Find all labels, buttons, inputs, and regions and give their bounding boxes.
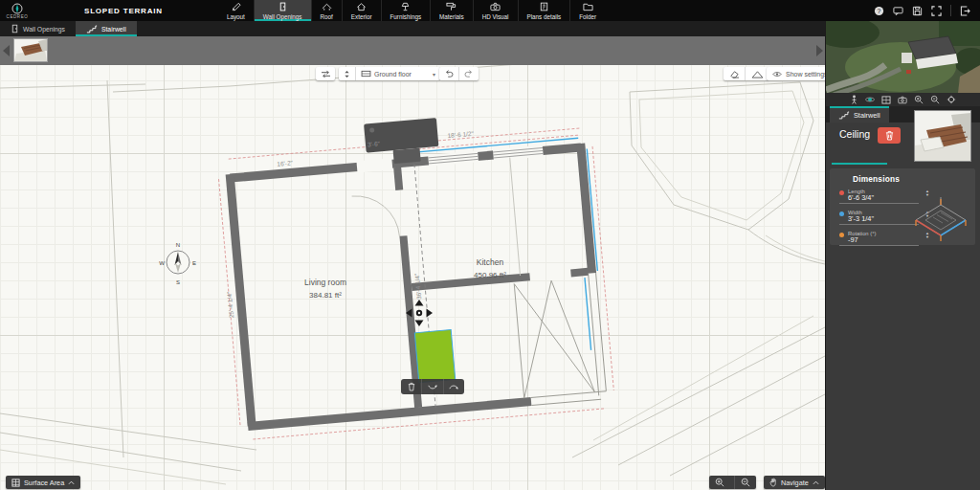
door-icon <box>11 24 19 33</box>
dim-label: 16'-2" <box>277 159 294 167</box>
floor-dropdown[interactable]: Ground floor ▾ <box>355 67 440 80</box>
zoom-out-icon[interactable] <box>930 95 940 104</box>
length-field[interactable]: Length 6'-6 3/4" ▲▼ <box>839 188 919 204</box>
tab-hd-visual[interactable]: HD Visual <box>473 0 518 21</box>
dim-label: 3'-6" <box>368 140 381 147</box>
chat-icon[interactable] <box>893 6 903 16</box>
compass: N S W E <box>159 242 196 285</box>
room-area: 384.81 ft² <box>309 291 342 300</box>
eye-icon <box>772 71 782 78</box>
swap-arrows-icon <box>321 70 331 78</box>
3d-preview[interactable] <box>826 21 980 93</box>
navigate-button[interactable]: Navigate <box>764 476 825 489</box>
eraser-tool-button[interactable] <box>724 67 745 80</box>
help-icon[interactable]: ? <box>874 6 884 16</box>
rotation-field[interactable]: Rotation (°) -97 ▲▼ <box>839 230 919 246</box>
roof-icon <box>322 2 332 11</box>
active-tab-indicator <box>832 163 887 165</box>
walkthrough-person-icon[interactable] <box>850 95 858 104</box>
floor-stepper[interactable] <box>339 67 355 80</box>
recenter-target-icon[interactable] <box>947 95 956 104</box>
redo-button[interactable] <box>458 67 479 80</box>
tab-materials[interactable]: Materials <box>430 0 473 21</box>
surface-area-button[interactable]: Surface Area <box>6 476 80 489</box>
fullscreen-icon[interactable] <box>931 6 942 16</box>
wall-opening[interactable] <box>356 158 392 172</box>
stairwell-preview-thumbnail[interactable] <box>914 110 971 162</box>
surface-area-label: Surface Area <box>24 479 64 487</box>
redo-icon <box>464 70 474 78</box>
width-field[interactable]: Width 3'-3 1/4" ▲▼ <box>839 209 919 225</box>
navigate-label: Navigate <box>781 479 809 487</box>
topbar-divider <box>950 5 951 16</box>
dim-label: 18'-6 1/2" <box>447 130 475 139</box>
preview-toolbar <box>826 93 980 106</box>
room-name: Living room <box>304 278 346 287</box>
zoom-controls <box>709 476 756 489</box>
strip-scroll-left[interactable] <box>0 36 11 65</box>
tab-exterior[interactable]: Exterior <box>342 0 381 21</box>
project-title: SLOPED TERRAIN <box>84 0 163 21</box>
document-icon <box>539 2 549 11</box>
panel-tab-stairwell[interactable]: Stairwell <box>830 106 889 122</box>
tab-plans-details[interactable]: Plans details <box>518 0 570 21</box>
chevron-right-icon <box>816 45 823 56</box>
orbit-view-icon[interactable] <box>865 95 875 104</box>
ceiling-diagram <box>910 195 971 249</box>
paint-roller-icon <box>446 2 457 11</box>
lamp-icon <box>400 2 411 11</box>
tab-furnishings[interactable]: Furnishings <box>381 0 431 21</box>
svg-text:?: ? <box>878 7 881 13</box>
delete-object-button[interactable] <box>401 379 421 394</box>
zoom-in-button[interactable] <box>709 476 730 489</box>
show-settings-label: Show settings <box>786 71 828 78</box>
cedreo-logo[interactable]: CEDREO <box>0 0 34 21</box>
tab-layout[interactable]: Layout <box>218 0 254 21</box>
brand-name: CEDREO <box>7 14 29 19</box>
zoom-out-icon <box>741 478 750 487</box>
compass-s: S <box>176 279 180 285</box>
delete-stairwell-button[interactable] <box>878 127 901 144</box>
chevron-up-icon <box>68 480 75 485</box>
rotation-value[interactable]: -97 <box>848 236 919 244</box>
stairwell-catalog-item[interactable] <box>13 38 48 62</box>
strip-scroll-right[interactable] <box>813 36 825 65</box>
zoom-out-button[interactable] <box>734 476 756 489</box>
door-icon <box>278 2 288 11</box>
plan-view-icon[interactable] <box>881 96 891 104</box>
main-tabs: Layout Wall Openings Roof Exterior Furni… <box>218 0 605 21</box>
flip-horizontal-button[interactable] <box>421 379 442 394</box>
measure-tool-button[interactable] <box>745 67 768 80</box>
tab-roof[interactable]: Roof <box>311 0 342 21</box>
undo-button[interactable] <box>439 67 458 80</box>
stairs-icon <box>838 111 850 120</box>
stairwell-object[interactable] <box>414 330 455 383</box>
trash-icon <box>885 130 894 141</box>
window-actions: ? <box>874 0 980 21</box>
snapshot-camera-icon[interactable] <box>898 96 907 104</box>
top-bar: CEDREO SLOPED TERRAIN Layout Wall Openin… <box>0 0 980 21</box>
width-value[interactable]: 3'-3 1/4" <box>848 215 919 223</box>
dim-label: 36'-4 1/4" <box>413 273 422 301</box>
zoom-in-icon[interactable] <box>914 95 924 104</box>
application-window: CEDREO SLOPED TERRAIN Layout Wall Openin… <box>0 0 980 490</box>
tab-folder[interactable]: Folder <box>569 0 605 21</box>
length-value[interactable]: 6'-6 3/4" <box>848 194 919 202</box>
cedreo-logo-icon <box>11 3 23 14</box>
door-swing-arc <box>352 192 400 240</box>
floor-selector[interactable]: Ground floor ▾ <box>339 67 440 80</box>
rotate-arc-icon <box>449 384 458 390</box>
subtab-stairwell[interactable]: Stairwell <box>76 21 137 36</box>
subtab-wall-openings[interactable]: Wall Openings <box>0 21 76 36</box>
save-icon[interactable] <box>912 6 923 16</box>
object-toolbar <box>401 379 464 394</box>
draw-tools <box>724 67 768 80</box>
rotate-object-button[interactable] <box>443 379 464 394</box>
room-name: Kitchen <box>477 257 504 267</box>
exit-icon[interactable] <box>960 6 970 16</box>
flip-arc-icon <box>428 384 437 390</box>
tab-wall-openings[interactable]: Wall Openings <box>254 0 311 21</box>
compare-plans-button[interactable] <box>316 67 335 80</box>
width-color-dot <box>839 212 844 216</box>
section-title: Ceiling <box>839 128 870 140</box>
